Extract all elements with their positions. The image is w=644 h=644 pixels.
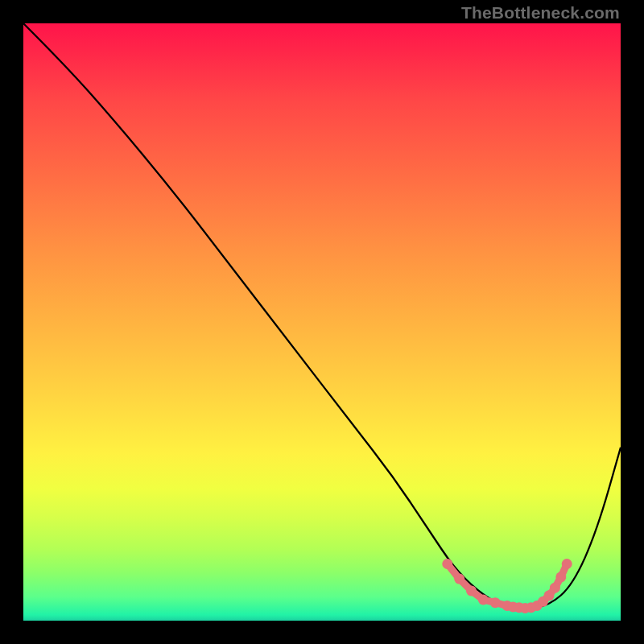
optimal-zone-markers <box>442 559 572 613</box>
marker-dot <box>550 583 560 593</box>
marker-dot <box>562 559 572 569</box>
marker-dot <box>555 572 566 582</box>
marker-dot <box>490 597 501 608</box>
chart-svg <box>23 23 621 621</box>
marker-dot <box>478 595 489 605</box>
marker-dot <box>442 559 452 569</box>
marker-dot <box>454 574 464 584</box>
watermark-text: TheBottleneck.com <box>461 3 620 23</box>
chart-container: TheBottleneck.com <box>0 0 644 644</box>
curve-line <box>23 23 621 608</box>
marker-dot <box>466 585 477 596</box>
